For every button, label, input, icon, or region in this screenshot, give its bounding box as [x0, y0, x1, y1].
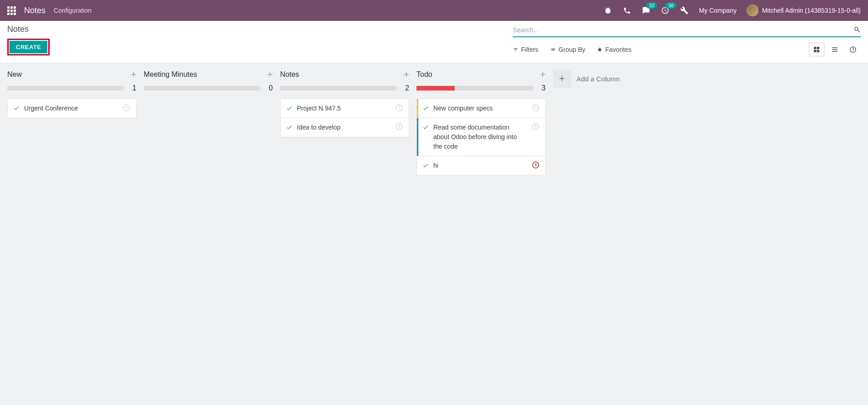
tools-icon[interactable]: [680, 6, 689, 15]
column-count: 1: [130, 84, 136, 92]
column-progress[interactable]: [144, 86, 260, 90]
check-icon[interactable]: [286, 104, 292, 113]
card-title: hi: [433, 161, 527, 170]
column-quick-add[interactable]: +: [130, 70, 136, 80]
search-input[interactable]: [513, 25, 853, 35]
column-count: 2: [403, 84, 409, 92]
kanban-icon: [813, 46, 820, 53]
column-header: Todo+: [416, 70, 546, 80]
column-meta: 0: [144, 84, 273, 92]
company-switcher[interactable]: My Company: [699, 7, 736, 14]
check-icon[interactable]: [422, 123, 429, 132]
cp-left: Notes CREATE: [7, 25, 50, 55]
nav-configuration[interactable]: Configuration: [54, 7, 91, 14]
check-icon[interactable]: [13, 104, 20, 113]
kanban-board: New+1Urgent ConferenceMeeting Minutes+0N…: [0, 63, 868, 181]
column-quick-add[interactable]: +: [267, 70, 273, 80]
app-brand[interactable]: Notes: [24, 6, 45, 15]
activity-clock-icon[interactable]: [532, 161, 540, 169]
star-icon: [597, 47, 602, 52]
column-progress[interactable]: [416, 86, 533, 90]
kanban-card[interactable]: hi: [416, 156, 546, 175]
column-title[interactable]: Todo: [416, 70, 432, 79]
column-quick-add[interactable]: +: [403, 70, 409, 80]
kanban-card[interactable]: Project N.947.5: [280, 99, 409, 118]
user-menu[interactable]: Mitchell Admin (14385319-15-0-all): [747, 5, 861, 16]
column-title[interactable]: Meeting Minutes: [144, 70, 197, 79]
clock-icon: [849, 46, 857, 53]
column-title[interactable]: New: [7, 70, 22, 79]
navbar-left: Notes Configuration: [7, 6, 91, 15]
apps-icon[interactable]: [7, 6, 16, 15]
kanban-card[interactable]: Urgent Conference: [7, 99, 136, 118]
column-header: Notes+: [280, 70, 409, 80]
filter-group: Filters Group By Favorites: [513, 46, 632, 53]
column-count: 3: [539, 84, 546, 92]
kanban-column: Todo+3New computer specsRead some docume…: [413, 70, 549, 175]
activities-icon[interactable]: 38: [661, 6, 670, 15]
filters-button[interactable]: Filters: [513, 46, 538, 53]
card-title: Idea to develop: [297, 123, 391, 132]
create-highlight: CREATE: [7, 39, 50, 55]
breadcrumb: Notes: [7, 25, 50, 34]
debug-icon[interactable]: [603, 6, 612, 15]
card-title: Urgent Conference: [24, 104, 118, 113]
column-count: 0: [266, 84, 273, 92]
column-meta: 3: [416, 84, 546, 92]
control-panel: Notes CREATE Filters Group By: [0, 21, 868, 63]
messages-icon[interactable]: 32: [642, 6, 651, 15]
plus-icon: +: [553, 70, 571, 88]
kanban-column: New+1Urgent Conference: [4, 70, 140, 118]
user-name: Mitchell Admin (14385319-15-0-all): [762, 7, 861, 14]
activity-clock-icon[interactable]: [395, 104, 403, 112]
toolbar-row: Filters Group By Favorites: [513, 43, 861, 56]
funnel-icon: [513, 47, 518, 52]
activities-badge: 38: [665, 2, 676, 9]
messages-badge: 32: [646, 2, 657, 9]
card-title: Read some documentation about Odoo befor…: [433, 123, 527, 151]
list-view-icon: [831, 46, 838, 53]
activity-clock-icon[interactable]: [395, 123, 403, 131]
search-icon: [853, 26, 861, 33]
check-icon[interactable]: [422, 161, 429, 170]
groupby-label: Group By: [558, 46, 585, 53]
phone-icon[interactable]: [622, 6, 632, 15]
activity-clock-icon[interactable]: [122, 104, 130, 112]
view-activity-button[interactable]: [845, 43, 861, 56]
activity-clock-icon[interactable]: [532, 104, 540, 112]
kanban-column: Meeting Minutes+0: [140, 70, 276, 99]
kanban-card[interactable]: Read some documentation about Odoo befor…: [416, 118, 546, 156]
kanban-card[interactable]: New computer specs: [416, 99, 546, 118]
card-title: Project N.947.5: [297, 104, 391, 113]
favorites-button[interactable]: Favorites: [597, 46, 632, 53]
card-title: New computer specs: [433, 104, 527, 113]
activity-clock-icon[interactable]: [532, 123, 540, 131]
check-icon[interactable]: [422, 104, 429, 113]
kanban-card[interactable]: Idea to develop: [280, 118, 409, 137]
view-list-button[interactable]: [827, 43, 843, 56]
view-kanban-button[interactable]: [809, 43, 824, 56]
cp-right: Filters Group By Favorites: [513, 25, 861, 56]
search-button[interactable]: [853, 26, 861, 35]
column-meta: 2: [280, 84, 409, 92]
column-quick-add[interactable]: +: [540, 70, 546, 80]
favorites-label: Favorites: [605, 46, 632, 53]
column-title[interactable]: Notes: [280, 70, 299, 79]
kanban-column: Notes+2Project N.947.5Idea to develop: [276, 70, 413, 137]
filters-label: Filters: [521, 46, 538, 53]
search-row: [513, 25, 861, 37]
groupby-button[interactable]: Group By: [550, 46, 585, 53]
add-column-label: Add a Column: [577, 75, 620, 83]
column-header: Meeting Minutes+: [144, 70, 273, 80]
add-column[interactable]: +Add a Column: [549, 70, 649, 88]
top-navbar: Notes Configuration 32 38 My Company Mit…: [0, 0, 868, 21]
column-meta: 1: [7, 84, 136, 92]
view-switcher: [809, 43, 861, 56]
check-icon[interactable]: [286, 123, 292, 132]
list-icon: [550, 47, 556, 52]
column-progress[interactable]: [280, 86, 396, 90]
column-progress[interactable]: [7, 86, 124, 90]
create-button[interactable]: CREATE: [10, 41, 47, 53]
avatar: [747, 5, 758, 16]
navbar-right: 32 38 My Company Mitchell Admin (1438531…: [603, 5, 861, 16]
